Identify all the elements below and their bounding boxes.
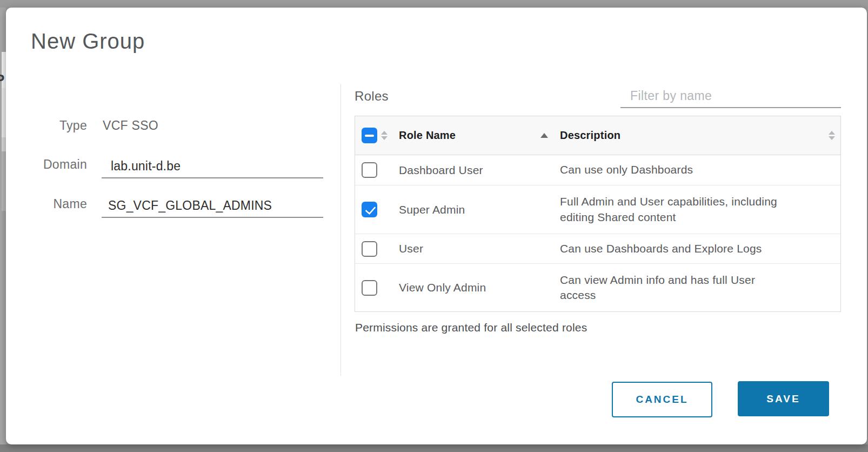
role-description: Can use only Dashboards bbox=[560, 162, 693, 177]
overlay-bottom-strip bbox=[0, 444, 868, 452]
role-checkbox[interactable] bbox=[362, 280, 377, 296]
background-page-sliver: P bbox=[0, 8, 6, 444]
role-name: Super Admin bbox=[399, 203, 560, 216]
table-header-row: Role Name Description bbox=[355, 116, 840, 155]
role-checkbox[interactable] bbox=[362, 162, 377, 178]
role-description: Can use Dashboards and Explore Logs bbox=[560, 241, 762, 256]
permissions-note: Permissions are granted for all selected… bbox=[355, 321, 587, 334]
section-divider bbox=[340, 84, 341, 376]
role-description: Can view Admin info and has full User ac… bbox=[560, 272, 790, 303]
role-description: Full Admin and User capabilities, includ… bbox=[560, 194, 790, 225]
role-name: View Only Admin bbox=[399, 281, 560, 294]
background-clipped-text: P bbox=[0, 71, 4, 88]
role-checkbox[interactable] bbox=[362, 202, 377, 217]
filter-by-name-input[interactable] bbox=[620, 84, 841, 108]
table-row: Dashboard User Can use only Dashboards bbox=[355, 155, 840, 185]
type-label: Type bbox=[17, 118, 87, 133]
domain-field[interactable] bbox=[102, 155, 323, 178]
column-header-role-name[interactable]: Role Name bbox=[399, 129, 456, 142]
role-checkbox[interactable] bbox=[362, 241, 377, 257]
sort-ascending-icon[interactable] bbox=[540, 133, 548, 138]
name-field[interactable] bbox=[102, 194, 323, 218]
cancel-button[interactable]: CANCEL bbox=[612, 382, 712, 417]
table-row: View Only Admin Can view Admin info and … bbox=[355, 264, 840, 311]
role-name: User bbox=[399, 242, 560, 255]
roles-table: Role Name Description Dashboard User Can… bbox=[355, 116, 841, 312]
domain-label: Domain bbox=[17, 157, 87, 172]
table-row: Super Admin Full Admin and User capabili… bbox=[355, 185, 840, 234]
sort-updown-icon[interactable] bbox=[829, 131, 835, 140]
sort-updown-icon[interactable] bbox=[381, 131, 388, 140]
table-row: User Can use Dashboards and Explore Logs bbox=[355, 234, 840, 264]
save-button[interactable]: SAVE bbox=[738, 381, 829, 416]
roles-heading: Roles bbox=[355, 89, 389, 104]
new-group-dialog: New Group Type VCF SSO Domain Name Roles… bbox=[6, 8, 867, 444]
name-label: Name bbox=[17, 197, 87, 211]
role-name: Dashboard User bbox=[399, 164, 560, 177]
column-header-description[interactable]: Description bbox=[560, 128, 620, 143]
type-value: VCF SSO bbox=[103, 118, 158, 133]
select-all-checkbox[interactable] bbox=[362, 128, 377, 143]
dialog-title: New Group bbox=[31, 29, 145, 54]
